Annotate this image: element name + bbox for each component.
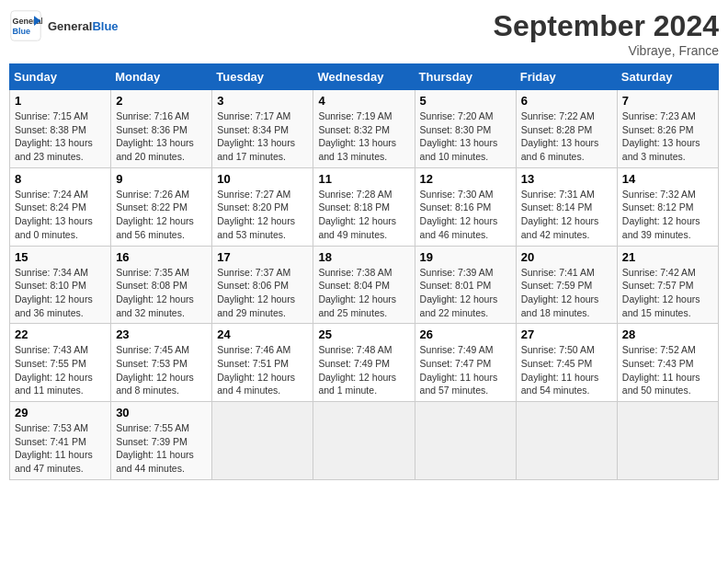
calendar-cell: 4Sunrise: 7:19 AM Sunset: 8:32 PM Daylig… <box>313 90 415 168</box>
day-number: 15 <box>15 250 106 264</box>
calendar-cell: 1Sunrise: 7:15 AM Sunset: 8:38 PM Daylig… <box>10 90 111 168</box>
day-info: Sunrise: 7:26 AM Sunset: 8:22 PM Dayligh… <box>116 188 207 242</box>
day-info: Sunrise: 7:49 AM Sunset: 7:47 PM Dayligh… <box>420 343 511 397</box>
calendar-cell <box>212 402 313 480</box>
calendar-cell: 8Sunrise: 7:24 AM Sunset: 8:24 PM Daylig… <box>10 167 111 246</box>
calendar-cell: 29Sunrise: 7:53 AM Sunset: 7:41 PM Dayli… <box>10 402 111 480</box>
svg-text:Blue: Blue <box>13 27 31 36</box>
day-number: 8 <box>15 172 106 186</box>
week-row-1: 8Sunrise: 7:24 AM Sunset: 8:24 PM Daylig… <box>10 167 719 246</box>
logo-text: GeneralBlue <box>48 19 119 33</box>
day-info: Sunrise: 7:34 AM Sunset: 8:10 PM Dayligh… <box>15 266 106 320</box>
calendar-cell: 18Sunrise: 7:38 AM Sunset: 8:04 PM Dayli… <box>313 246 415 324</box>
day-number: 10 <box>217 172 308 186</box>
day-number: 5 <box>420 94 511 108</box>
calendar-cell: 20Sunrise: 7:41 AM Sunset: 7:59 PM Dayli… <box>516 246 617 324</box>
day-number: 13 <box>521 172 612 186</box>
calendar-cell <box>617 402 718 480</box>
calendar-cell <box>516 402 617 480</box>
column-header-saturday: Saturday <box>617 64 718 90</box>
day-info: Sunrise: 7:30 AM Sunset: 8:16 PM Dayligh… <box>420 188 511 242</box>
title-block: September 2024 Vibraye, France <box>494 9 719 58</box>
calendar-cell: 9Sunrise: 7:26 AM Sunset: 8:22 PM Daylig… <box>111 167 212 246</box>
calendar-cell: 17Sunrise: 7:37 AM Sunset: 8:06 PM Dayli… <box>212 246 313 324</box>
calendar-cell: 5Sunrise: 7:20 AM Sunset: 8:30 PM Daylig… <box>415 90 516 168</box>
page-header: General Blue GeneralBlue September 2024 … <box>9 9 719 58</box>
day-info: Sunrise: 7:42 AM Sunset: 7:57 PM Dayligh… <box>622 266 713 320</box>
calendar-cell: 15Sunrise: 7:34 AM Sunset: 8:10 PM Dayli… <box>10 246 111 324</box>
day-info: Sunrise: 7:27 AM Sunset: 8:20 PM Dayligh… <box>217 188 308 242</box>
calendar-cell: 3Sunrise: 7:17 AM Sunset: 8:34 PM Daylig… <box>212 90 313 168</box>
week-row-2: 15Sunrise: 7:34 AM Sunset: 8:10 PM Dayli… <box>10 246 719 324</box>
day-info: Sunrise: 7:50 AM Sunset: 7:45 PM Dayligh… <box>521 343 612 397</box>
day-info: Sunrise: 7:46 AM Sunset: 7:51 PM Dayligh… <box>217 343 308 397</box>
calendar-body: 1Sunrise: 7:15 AM Sunset: 8:38 PM Daylig… <box>10 90 719 480</box>
calendar-cell: 14Sunrise: 7:32 AM Sunset: 8:12 PM Dayli… <box>617 167 718 246</box>
day-number: 6 <box>521 94 612 108</box>
day-number: 18 <box>318 250 409 264</box>
day-number: 17 <box>217 250 308 264</box>
column-headers-row: SundayMondayTuesdayWednesdayThursdayFrid… <box>10 64 719 90</box>
calendar-cell: 6Sunrise: 7:22 AM Sunset: 8:28 PM Daylig… <box>516 90 617 168</box>
column-header-monday: Monday <box>111 64 212 90</box>
day-number: 29 <box>15 406 106 419</box>
day-info: Sunrise: 7:52 AM Sunset: 7:43 PM Dayligh… <box>622 343 713 397</box>
calendar-cell: 16Sunrise: 7:35 AM Sunset: 8:08 PM Dayli… <box>111 246 212 324</box>
day-info: Sunrise: 7:35 AM Sunset: 8:08 PM Dayligh… <box>116 266 207 320</box>
day-number: 19 <box>420 250 511 264</box>
calendar-cell: 28Sunrise: 7:52 AM Sunset: 7:43 PM Dayli… <box>617 324 718 402</box>
day-number: 4 <box>318 94 409 108</box>
month-title: September 2024 <box>494 9 719 43</box>
day-number: 20 <box>521 250 612 264</box>
calendar-cell: 13Sunrise: 7:31 AM Sunset: 8:14 PM Dayli… <box>516 167 617 246</box>
column-header-sunday: Sunday <box>10 64 111 90</box>
calendar-cell: 10Sunrise: 7:27 AM Sunset: 8:20 PM Dayli… <box>212 167 313 246</box>
column-header-tuesday: Tuesday <box>212 64 313 90</box>
day-number: 28 <box>622 327 713 341</box>
day-info: Sunrise: 7:45 AM Sunset: 7:53 PM Dayligh… <box>116 343 207 397</box>
logo-icon: General Blue <box>9 9 42 42</box>
calendar-table: SundayMondayTuesdayWednesdayThursdayFrid… <box>9 63 719 480</box>
column-header-wednesday: Wednesday <box>313 64 415 90</box>
calendar-cell: 19Sunrise: 7:39 AM Sunset: 8:01 PM Dayli… <box>415 246 516 324</box>
column-header-friday: Friday <box>516 64 617 90</box>
day-number: 30 <box>116 406 207 419</box>
day-info: Sunrise: 7:31 AM Sunset: 8:14 PM Dayligh… <box>521 188 612 242</box>
day-info: Sunrise: 7:37 AM Sunset: 8:06 PM Dayligh… <box>217 266 308 320</box>
day-number: 21 <box>622 250 713 264</box>
day-info: Sunrise: 7:41 AM Sunset: 7:59 PM Dayligh… <box>521 266 612 320</box>
day-info: Sunrise: 7:24 AM Sunset: 8:24 PM Dayligh… <box>15 188 106 242</box>
day-number: 16 <box>116 250 207 264</box>
day-number: 25 <box>318 327 409 341</box>
calendar-cell: 23Sunrise: 7:45 AM Sunset: 7:53 PM Dayli… <box>111 324 212 402</box>
calendar-cell: 27Sunrise: 7:50 AM Sunset: 7:45 PM Dayli… <box>516 324 617 402</box>
day-info: Sunrise: 7:16 AM Sunset: 8:36 PM Dayligh… <box>116 109 207 164</box>
day-number: 27 <box>521 327 612 341</box>
day-number: 22 <box>15 327 106 341</box>
day-number: 14 <box>622 172 713 186</box>
calendar-cell: 21Sunrise: 7:42 AM Sunset: 7:57 PM Dayli… <box>617 246 718 324</box>
calendar-cell: 2Sunrise: 7:16 AM Sunset: 8:36 PM Daylig… <box>111 90 212 168</box>
day-info: Sunrise: 7:38 AM Sunset: 8:04 PM Dayligh… <box>318 266 409 320</box>
day-number: 24 <box>217 327 308 341</box>
day-number: 7 <box>622 94 713 108</box>
day-info: Sunrise: 7:23 AM Sunset: 8:26 PM Dayligh… <box>622 109 713 164</box>
day-info: Sunrise: 7:48 AM Sunset: 7:49 PM Dayligh… <box>318 343 409 397</box>
calendar-cell: 26Sunrise: 7:49 AM Sunset: 7:47 PM Dayli… <box>415 324 516 402</box>
column-header-thursday: Thursday <box>415 64 516 90</box>
day-number: 12 <box>420 172 511 186</box>
calendar-cell: 25Sunrise: 7:48 AM Sunset: 7:49 PM Dayli… <box>313 324 415 402</box>
week-row-4: 29Sunrise: 7:53 AM Sunset: 7:41 PM Dayli… <box>10 402 719 480</box>
day-info: Sunrise: 7:43 AM Sunset: 7:55 PM Dayligh… <box>15 343 106 397</box>
day-info: Sunrise: 7:15 AM Sunset: 8:38 PM Dayligh… <box>15 109 106 164</box>
day-info: Sunrise: 7:32 AM Sunset: 8:12 PM Dayligh… <box>622 188 713 242</box>
calendar-cell: 7Sunrise: 7:23 AM Sunset: 8:26 PM Daylig… <box>617 90 718 168</box>
day-info: Sunrise: 7:22 AM Sunset: 8:28 PM Dayligh… <box>521 109 612 164</box>
calendar-cell: 24Sunrise: 7:46 AM Sunset: 7:51 PM Dayli… <box>212 324 313 402</box>
day-number: 2 <box>116 94 207 108</box>
day-number: 11 <box>318 172 409 186</box>
day-info: Sunrise: 7:19 AM Sunset: 8:32 PM Dayligh… <box>318 109 409 164</box>
logo: General Blue GeneralBlue <box>9 9 119 42</box>
calendar-cell <box>313 402 415 480</box>
day-info: Sunrise: 7:20 AM Sunset: 8:30 PM Dayligh… <box>420 109 511 164</box>
